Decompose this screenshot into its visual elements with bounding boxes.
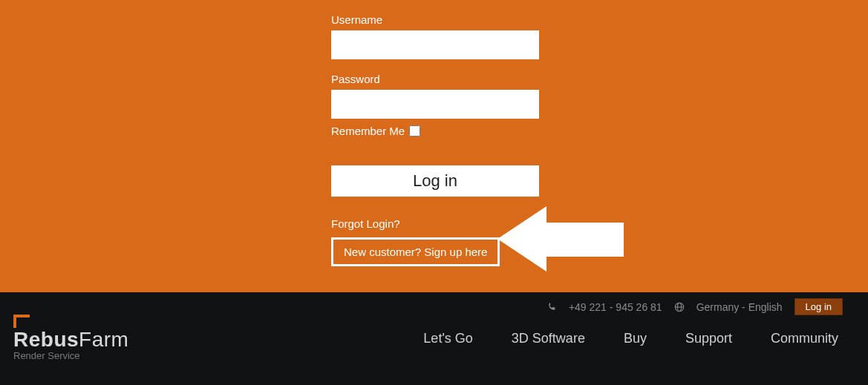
phone-number: +49 221 - 945 26 81 [569, 301, 662, 313]
globe-icon [674, 302, 685, 312]
signup-button[interactable]: New customer? Sign up here [331, 237, 500, 266]
password-input[interactable] [331, 90, 539, 119]
login-panel: Username Password Remember Me Log in For… [0, 0, 868, 292]
login-button[interactable]: Log in [331, 165, 539, 197]
nav-3d-software[interactable]: 3D Software [512, 331, 585, 346]
remember-me-row: Remember Me [331, 125, 539, 137]
remember-me-label: Remember Me [331, 125, 405, 137]
username-group: Username [331, 13, 539, 59]
username-label: Username [331, 13, 539, 26]
top-bar: +49 221 - 945 26 81 Germany - English Lo… [547, 298, 843, 315]
phone-icon [547, 302, 557, 312]
callout-arrow-icon [497, 206, 624, 272]
logo-text: RebusFarm [13, 328, 128, 352]
nav-lets-go[interactable]: Let's Go [423, 331, 472, 346]
logo[interactable]: RebusFarm Render Service [13, 313, 128, 361]
logo-mark-icon [13, 313, 34, 329]
nav-community[interactable]: Community [771, 331, 838, 346]
password-label: Password [331, 73, 539, 85]
logo-text-part1: Rebus [13, 328, 79, 351]
remember-me-checkbox[interactable] [409, 125, 420, 136]
password-group: Password [331, 73, 539, 119]
nav-buy[interactable]: Buy [624, 331, 647, 346]
nav-support[interactable]: Support [685, 331, 732, 346]
topbar-login-button[interactable]: Log in [794, 298, 843, 315]
site-header: +49 221 - 945 26 81 Germany - English Lo… [0, 292, 868, 385]
username-input[interactable] [331, 30, 539, 59]
main-nav: Let's Go 3D Software Buy Support Communi… [423, 331, 838, 346]
language-selector[interactable]: Germany - English [696, 301, 783, 313]
logo-text-part2: Farm [79, 328, 128, 351]
logo-subtitle: Render Service [13, 350, 128, 361]
